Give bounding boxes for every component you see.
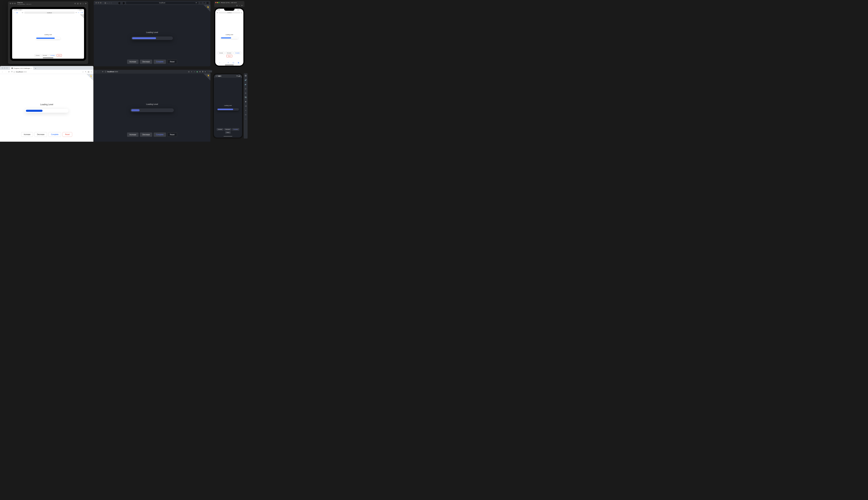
zoom-icon[interactable]: ⊕ — [245, 101, 246, 103]
star-icon[interactable]: ☆ — [82, 71, 84, 73]
tabs-icon[interactable]: ⊞ — [82, 12, 83, 13]
forward-icon[interactable]: → — [99, 71, 100, 72]
url-field[interactable]: ⛉ ▢ localhost:3000 — [11, 71, 81, 73]
rotate-icon[interactable]: ⟳ — [241, 5, 243, 7]
shield-icon[interactable]: ⛉ — [11, 71, 13, 73]
back-icon[interactable]: ‹ — [219, 62, 220, 64]
decrease-button[interactable]: Decrease — [225, 52, 233, 54]
share-icon[interactable]: ⇧ — [228, 62, 229, 64]
increase-button[interactable]: Increase — [34, 54, 41, 57]
rotate-right-icon[interactable]: ◇ — [245, 92, 246, 94]
window-traffic-lights[interactable] — [215, 2, 219, 3]
increase-button[interactable]: Increase — [127, 133, 138, 137]
key-icon[interactable]: ⚿ — [88, 71, 89, 73]
android-home-indicator[interactable] — [224, 136, 232, 136]
reset-button[interactable]: Reset — [62, 132, 72, 137]
avatar-icon[interactable]: ● — [205, 71, 206, 72]
reload-icon[interactable]: ⟳ — [102, 71, 103, 72]
iphone-url-field[interactable]: localhost — [219, 12, 240, 13]
rotate-left-icon[interactable]: ◇ — [245, 88, 246, 90]
volume-down-icon[interactable]: 🔉 — [244, 83, 247, 85]
new-tab-button[interactable]: + — [34, 67, 37, 70]
ipad-home-indicator[interactable] — [43, 58, 53, 58]
reset-button[interactable]: Reset — [225, 131, 231, 134]
window-traffic-lights[interactable] — [10, 3, 16, 4]
reset-button[interactable]: Reset — [167, 133, 177, 137]
url-field[interactable]: ⓘ localhost:3000 — [105, 71, 187, 73]
decrease-button[interactable]: Decrease — [140, 133, 152, 137]
close-tab-icon[interactable]: × — [31, 68, 32, 69]
home-icon[interactable]: ○ — [245, 109, 246, 111]
complete-button[interactable]: Complete — [153, 133, 166, 137]
reload-icon[interactable]: ⟳ — [76, 12, 77, 13]
record-icon[interactable]: ⊙ — [80, 3, 81, 4]
decrease-button[interactable]: Decrease — [224, 128, 231, 130]
window-traffic-lights[interactable] — [2, 67, 8, 69]
increase-button[interactable]: Increase — [21, 132, 33, 137]
shield-icon[interactable]: ◐ — [118, 1, 121, 4]
window-traffic-lights[interactable] — [95, 2, 101, 3]
decrease-button[interactable]: Decrease — [34, 132, 47, 137]
pen-icon[interactable]: ✎ — [85, 71, 87, 73]
info-icon[interactable]: ⓘ — [105, 71, 106, 73]
home-icon[interactable]: ⌂ — [239, 5, 240, 7]
back-icon[interactable]: ◁ — [245, 105, 246, 107]
camera-icon[interactable]: 📷 — [244, 96, 247, 98]
forward-icon[interactable]: → — [5, 71, 7, 73]
increase-button[interactable]: Increase — [127, 59, 138, 64]
menu-icon[interactable]: ≡ — [91, 71, 92, 73]
back-icon[interactable]: ‹ — [13, 12, 14, 13]
forward-icon[interactable]: › — [111, 2, 112, 4]
theme-icon[interactable]: ◑ — [122, 1, 125, 4]
newtab-icon[interactable]: + — [204, 1, 205, 4]
reload-icon[interactable]: ⟳ — [241, 12, 242, 13]
star-icon[interactable]: ☆ — [194, 71, 195, 72]
volume-up-icon[interactable]: 🔊 — [244, 79, 247, 81]
ipad-url-field[interactable]: localhost — [24, 12, 75, 14]
share-icon[interactable]: ⇧ — [78, 12, 79, 13]
forward-icon[interactable]: › — [224, 62, 224, 64]
emulator-close-bar[interactable]: — × — [208, 70, 212, 72]
reset-button[interactable]: Reset — [167, 59, 177, 64]
reset-button[interactable]: Reset — [57, 54, 62, 57]
decrease-button[interactable]: Decrease — [140, 59, 152, 64]
back-icon[interactable]: ← — [95, 71, 97, 72]
share-icon[interactable]: ⇧ — [191, 71, 192, 72]
overview-icon[interactable]: □ — [245, 114, 246, 116]
extensions-icon[interactable]: ⚙ — [199, 71, 201, 72]
tabs-icon[interactable]: ⊞ — [206, 1, 209, 4]
complete-button[interactable]: Complete — [48, 132, 61, 137]
info-icon[interactable]: ▢ — [13, 71, 15, 73]
complete-button[interactable]: Complete — [234, 52, 241, 54]
complete-button[interactable]: Complete — [153, 59, 166, 64]
complete-button[interactable]: Complete — [49, 54, 56, 57]
app-icon[interactable]: ⊡ — [188, 71, 190, 72]
sidebar-icon[interactable]: ▥ — [104, 2, 106, 4]
complete-button[interactable]: Complete — [232, 128, 239, 130]
list-icon[interactable]: ≣ — [202, 71, 204, 72]
iphone-home-indicator[interactable] — [225, 65, 234, 65]
reload-icon[interactable]: ⟳ — [196, 2, 197, 4]
increase-button[interactable]: Increase — [217, 128, 224, 130]
sidebar-icon[interactable]: ▥ — [16, 12, 18, 13]
share-icon[interactable]: ⇧ — [200, 1, 202, 4]
browser-tab[interactable]: Progress | GUI Challenges × — [10, 67, 33, 70]
screenshot-icon[interactable]: ⊡ — [77, 3, 79, 4]
forward-icon[interactable]: › — [15, 12, 15, 13]
screenshot-icon[interactable]: ⊡ — [236, 5, 238, 7]
back-icon[interactable]: ← — [2, 71, 3, 73]
extension-icon[interactable]: ◉ — [196, 71, 198, 72]
safari-url-field[interactable]: localhost ⟳ — [126, 2, 198, 4]
newtab-icon[interactable]: + — [80, 12, 81, 13]
reload-icon[interactable]: ⟳ — [8, 71, 10, 73]
decrease-button[interactable]: Decrease — [42, 54, 48, 57]
power-icon[interactable]: ⏻ — [245, 75, 247, 77]
dropdown-icon[interactable]: ⌄ — [107, 2, 108, 4]
pin-icon[interactable]: ⚲ — [75, 3, 76, 4]
tabs-icon[interactable]: ⊞ — [238, 62, 239, 64]
bookmarks-icon[interactable]: ▢ — [233, 62, 234, 64]
more-icon[interactable]: ⋯ — [245, 118, 247, 120]
back-icon[interactable]: ‹ — [110, 2, 110, 4]
devtools-corner-icon[interactable] — [238, 74, 242, 78]
devtools-corner-icon[interactable] — [87, 74, 93, 81]
